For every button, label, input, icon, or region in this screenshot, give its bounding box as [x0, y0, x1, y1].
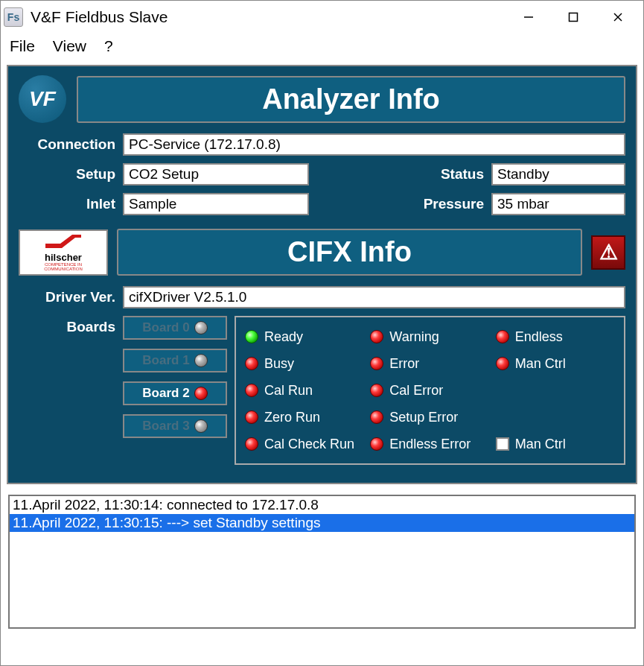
- status-led-icon: [245, 357, 258, 370]
- status-item: Warning: [370, 325, 489, 349]
- status-item: Man Ctrl: [496, 352, 615, 375]
- board-button-0[interactable]: Board 0: [123, 316, 227, 340]
- status-label: Error: [389, 356, 419, 372]
- status-label: Ready: [264, 329, 303, 345]
- board-label: Board 1: [142, 353, 189, 368]
- status-field[interactable]: Standby: [491, 163, 625, 185]
- menu-view[interactable]: View: [53, 37, 86, 55]
- window-title: V&F Fieldbus Slave: [31, 8, 506, 26]
- inlet-field[interactable]: Sample: [123, 193, 309, 215]
- cifx-title: CIFX Info: [117, 229, 582, 276]
- board-led-icon: [194, 321, 208, 334]
- log-line[interactable]: 11.April 2022, 11:30:14: connected to 17…: [10, 496, 634, 514]
- status-led-icon: [496, 330, 509, 343]
- window-buttons: [506, 2, 640, 32]
- status-label: Busy: [264, 356, 294, 372]
- pressure-field[interactable]: 35 mbar: [491, 193, 625, 215]
- status-led-icon: [245, 384, 258, 397]
- log-area[interactable]: 11.April 2022, 11:30:14: connected to 17…: [8, 495, 636, 629]
- status-label: Cal Error: [389, 383, 443, 399]
- status-item: Cal Run: [245, 378, 364, 402]
- status-label: Status: [409, 166, 484, 183]
- main-panel: VF Analyzer Info Connection PC-Service (…: [7, 65, 637, 484]
- driver-label: Driver Ver.: [19, 289, 115, 305]
- status-label: Zero Run: [264, 410, 320, 425]
- analyzer-title: Analyzer Info: [77, 76, 625, 123]
- board-led-icon: [194, 387, 208, 400]
- boards-list: Board 0Board 1Board 2Board 3: [123, 316, 227, 447]
- status-led-icon: [370, 357, 383, 370]
- status-item: Ready: [245, 325, 364, 349]
- close-button[interactable]: [596, 2, 640, 32]
- status-label: Warning: [389, 329, 439, 345]
- connection-label: Connection: [19, 136, 115, 153]
- svg-rect-1: [570, 13, 578, 22]
- status-label: Man Ctrl: [515, 356, 566, 372]
- status-label: Setup Error: [389, 410, 458, 425]
- boards-label: Boards: [19, 316, 115, 335]
- hilscher-name: hilscher: [45, 253, 82, 262]
- driver-field[interactable]: cifXDriver V2.5.1.0: [123, 286, 625, 308]
- board-led-icon: [194, 419, 208, 433]
- status-item: Zero Run: [245, 405, 364, 429]
- status-item[interactable]: Man Ctrl: [496, 432, 615, 456]
- status-label: Cal Check Run: [264, 437, 354, 452]
- status-led-icon: [370, 330, 383, 343]
- board-label: Board 2: [142, 386, 189, 401]
- status-label: Endless: [515, 329, 563, 345]
- titlebar: Fs V&F Fieldbus Slave: [1, 1, 643, 34]
- maximize-button[interactable]: [551, 2, 596, 32]
- status-item: Endless Error: [370, 432, 489, 456]
- status-item: Endless: [496, 325, 615, 349]
- status-led-icon: [370, 437, 383, 451]
- menu-file[interactable]: File: [10, 37, 35, 55]
- app-icon: Fs: [4, 7, 23, 27]
- status-label: Cal Run: [264, 383, 313, 399]
- status-led-icon: [496, 357, 509, 370]
- minimize-button[interactable]: [506, 2, 551, 32]
- status-led-icon: [370, 384, 383, 397]
- hilscher-logo-icon: hilscher COMPETENCE IN COMMUNICATION: [19, 229, 108, 276]
- status-led-icon: [245, 437, 258, 451]
- status-label: Man Ctrl: [515, 437, 566, 452]
- status-item: [496, 405, 615, 429]
- vf-logo-icon: VF: [19, 75, 66, 123]
- status-item: Cal Check Run: [245, 432, 364, 456]
- app-window: Fs V&F Fieldbus Slave File View ? VF Ana…: [0, 0, 644, 666]
- status-item: Error: [370, 352, 489, 375]
- status-item: Setup Error: [370, 405, 489, 429]
- board-led-icon: [194, 354, 208, 367]
- setup-label: Setup: [19, 166, 115, 183]
- board-button-3[interactable]: Board 3: [123, 414, 227, 438]
- status-box: ReadyWarningEndlessBusyErrorMan CtrlCal …: [235, 316, 625, 465]
- menubar: File View ?: [1, 34, 643, 59]
- connection-field[interactable]: PC-Service (172.17.0.8): [123, 133, 625, 156]
- status-item: Cal Error: [370, 378, 489, 402]
- status-led-icon: [245, 330, 258, 343]
- log-line[interactable]: 11.April 2022, 11:30:15: ---> set Standb…: [10, 514, 634, 532]
- hilscher-sub2: COMMUNICATION: [44, 267, 83, 271]
- status-item: [496, 378, 615, 402]
- status-label: Endless Error: [389, 437, 471, 452]
- status-item: Busy: [245, 352, 364, 375]
- menu-help[interactable]: ?: [104, 37, 113, 55]
- setup-field[interactable]: CO2 Setup: [123, 163, 309, 185]
- status-led-icon: [245, 410, 258, 424]
- alert-icon[interactable]: ⚠: [591, 235, 625, 270]
- board-button-1[interactable]: Board 1: [123, 349, 227, 372]
- board-label: Board 3: [142, 419, 189, 434]
- board-button-2[interactable]: Board 2: [123, 381, 227, 405]
- pressure-label: Pressure: [409, 196, 484, 212]
- board-label: Board 0: [142, 320, 189, 335]
- man-ctrl-checkbox[interactable]: [496, 437, 509, 451]
- status-led-icon: [370, 410, 383, 424]
- inlet-label: Inlet: [19, 196, 115, 212]
